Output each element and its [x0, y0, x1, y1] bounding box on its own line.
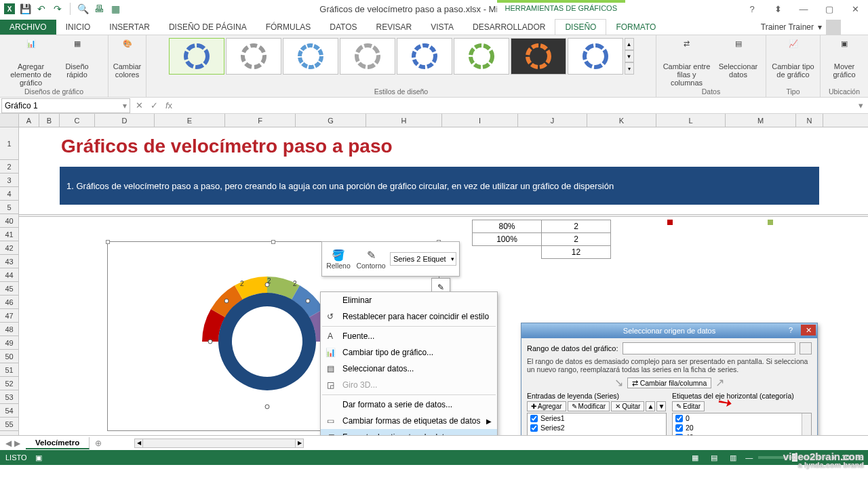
- row-header[interactable]: 44: [0, 268, 18, 282]
- list-item[interactable]: Series1: [528, 413, 666, 423]
- edit-series-button[interactable]: ✎ Modificar: [568, 401, 610, 411]
- column-header[interactable]: B: [39, 114, 60, 127]
- row-header[interactable]: 54: [0, 404, 18, 418]
- style-item[interactable]: [226, 38, 281, 75]
- zoom-out-icon[interactable]: —: [745, 453, 753, 462]
- column-header[interactable]: E: [155, 114, 225, 127]
- tab-file[interactable]: ARCHIVO: [0, 20, 56, 35]
- edit-axis-button[interactable]: ✎ Editar: [672, 401, 705, 411]
- ribbon-collapse-icon[interactable]: ⬍: [769, 2, 787, 16]
- style-item[interactable]: [511, 38, 566, 75]
- select-all-corner[interactable]: [0, 114, 19, 127]
- sheet-nav-next-icon[interactable]: ▶: [14, 439, 20, 448]
- data-table[interactable]: 80%2 100%2 12: [472, 220, 611, 259]
- style-item[interactable]: [454, 38, 509, 75]
- list-item[interactable]: Series2: [528, 423, 666, 432]
- row-header[interactable]: 1: [0, 127, 18, 160]
- tab-developer[interactable]: DESARROLLADOR: [463, 20, 555, 35]
- redo-icon[interactable]: ↷: [52, 3, 64, 15]
- collapse-range-icon[interactable]: [800, 342, 812, 354]
- add-series-button[interactable]: ✚ Agregar: [527, 401, 566, 411]
- save-icon[interactable]: 💾: [19, 3, 31, 15]
- column-header[interactable]: M: [726, 114, 796, 127]
- column-header[interactable]: J: [518, 114, 587, 127]
- row-header[interactable]: 53: [0, 390, 18, 404]
- switch-row-column-button[interactable]: ⇄ Cambiar fila/columna: [627, 378, 712, 388]
- macro-record-icon[interactable]: ▣: [35, 453, 42, 462]
- ctx-format-labels[interactable]: 🏷Formato de etiquetas de datos...: [321, 429, 497, 435]
- change-chart-type-button[interactable]: 📈 Cambiar tipo de gráfico: [772, 38, 815, 79]
- move-down-icon[interactable]: ▼: [656, 401, 666, 411]
- row-header[interactable]: 3: [0, 174, 18, 187]
- row-header[interactable]: 47: [0, 309, 18, 323]
- style-item[interactable]: [397, 38, 452, 75]
- move-chart-button[interactable]: ▣ Mover gráfico: [825, 38, 863, 79]
- column-header[interactable]: K: [587, 114, 656, 127]
- list-item[interactable]: 0: [673, 413, 811, 423]
- chart-range-input[interactable]: [623, 342, 795, 354]
- tab-page-layout[interactable]: DISEÑO DE PÁGINA: [159, 20, 256, 35]
- gallery-more-icon[interactable]: ▾: [625, 62, 634, 75]
- horizontal-scrollbar[interactable]: ◀ ▶: [134, 439, 304, 448]
- remove-series-button[interactable]: ✕ Quitar: [611, 401, 644, 411]
- row-header[interactable]: 41: [0, 228, 18, 241]
- row-header[interactable]: 51: [0, 363, 18, 377]
- tab-design[interactable]: DISEÑO: [555, 19, 606, 35]
- fx-icon[interactable]: fx: [161, 99, 176, 113]
- close-icon[interactable]: ✕: [846, 2, 864, 16]
- list-scrollbar[interactable]: [802, 413, 811, 435]
- preview-icon[interactable]: 🔍: [77, 3, 89, 15]
- quick-layout-button[interactable]: ▦ Diseño rápido: [56, 38, 99, 87]
- row-header[interactable]: 48: [0, 323, 18, 336]
- outline-button[interactable]: ✎ Contorno: [355, 247, 387, 271]
- column-header[interactable]: G: [296, 114, 366, 127]
- ctx-change-label-shape[interactable]: ▭Cambiar formas de etiquetas de datos▶: [321, 413, 497, 429]
- tab-formulas[interactable]: FÓRMULAS: [256, 20, 321, 35]
- column-header[interactable]: L: [656, 114, 726, 127]
- add-chart-element-button[interactable]: 📊 Agregar elemento de gráfico: [9, 38, 53, 87]
- column-header[interactable]: D: [95, 114, 155, 127]
- style-item[interactable]: [340, 38, 395, 75]
- tab-format[interactable]: FORMATO: [606, 20, 665, 35]
- list-item[interactable]: 20: [673, 423, 811, 432]
- help-icon[interactable]: ?: [743, 2, 761, 16]
- column-header[interactable]: N: [796, 114, 823, 127]
- signin[interactable]: Trainer Trainer▾: [761, 20, 868, 35]
- row-header[interactable]: 2: [0, 160, 18, 174]
- fill-button[interactable]: 🪣 Relleno: [322, 247, 355, 271]
- print-icon[interactable]: 🖶: [93, 3, 105, 15]
- enter-formula-icon[interactable]: ✓: [146, 99, 161, 113]
- series-list[interactable]: Series1 Series2: [527, 413, 667, 435]
- tab-data[interactable]: DATOS: [320, 20, 366, 35]
- ctx-change-chart-type[interactable]: 📊Cambiar tipo de gráfico...: [321, 344, 497, 361]
- name-box[interactable]: Gráfico 1▾: [1, 98, 130, 113]
- ctx-delete[interactable]: Eliminar: [321, 292, 497, 308]
- style-item[interactable]: [568, 38, 623, 75]
- sheet-nav-prev-icon[interactable]: ◀: [5, 439, 12, 448]
- custom-icon[interactable]: ▦: [109, 3, 121, 15]
- cancel-formula-icon[interactable]: ✕: [132, 99, 146, 113]
- worksheet-grid[interactable]: ABCDEFGHIJKLMN 1234540414243444546474849…: [0, 114, 868, 435]
- row-header[interactable]: 45: [0, 282, 18, 296]
- maximize-icon[interactable]: ▢: [821, 2, 838, 16]
- sheet-tab[interactable]: Velocímetro: [26, 437, 90, 449]
- style-item[interactable]: [283, 38, 338, 75]
- dialog-close-icon[interactable]: ✕: [801, 325, 816, 336]
- donut-chart[interactable]: 2 2 2: [193, 260, 342, 435]
- minimize-icon[interactable]: —: [795, 2, 812, 16]
- row-header[interactable]: 52: [0, 377, 18, 390]
- select-data-button[interactable]: ▤ Seleccionar datos: [715, 38, 762, 87]
- column-header[interactable]: H: [366, 114, 442, 127]
- gallery-down-icon[interactable]: ▼: [625, 50, 634, 62]
- column-header[interactable]: I: [442, 114, 518, 127]
- view-normal-icon[interactable]: ▦: [688, 452, 702, 463]
- gallery-up-icon[interactable]: ▲: [625, 38, 634, 50]
- column-header[interactable]: F: [225, 114, 296, 127]
- ctx-font[interactable]: AFuente...: [321, 328, 497, 344]
- row-header[interactable]: 4: [0, 187, 18, 201]
- chart-styles-gallery[interactable]: ▲ ▼ ▾: [169, 38, 634, 75]
- row-header[interactable]: 46: [0, 296, 18, 309]
- tab-home[interactable]: INICIO: [56, 20, 100, 35]
- move-up-icon[interactable]: ▲: [646, 401, 655, 411]
- add-sheet-icon[interactable]: ⊕: [90, 437, 107, 449]
